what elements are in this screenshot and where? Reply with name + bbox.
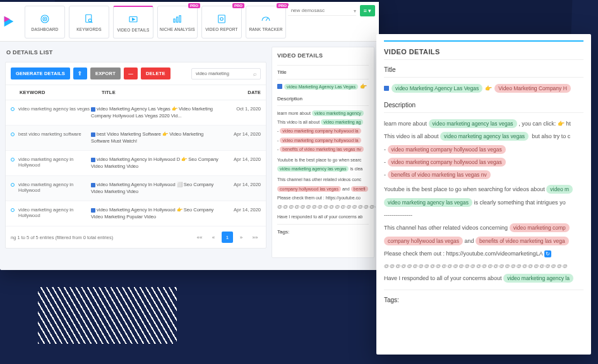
row-date: Apr 14, 2020 [223, 156, 261, 162]
details-list-title: O DETAILS LIST [5, 47, 266, 62]
row-bullet-icon [11, 158, 15, 161]
minus-icon: — [128, 71, 133, 76]
ov-desc-header: Description [384, 102, 583, 109]
accent-rule [384, 40, 583, 42]
svg-point-14 [220, 18, 224, 21]
chart-icon [171, 13, 184, 25]
ov-title-header: Title [384, 66, 583, 73]
target-icon [39, 13, 51, 25]
row-date: Apr 14, 2020 [223, 131, 261, 137]
top-right-controls: new demosasc ▾ ≡ ▾ [288, 5, 375, 16]
svg-rect-10 [174, 19, 175, 22]
delete-icon-button[interactable]: — [124, 68, 138, 79]
title-chip-1: video Marketing Agency Las Vegas [392, 84, 482, 93]
title-section-header: Title [277, 69, 369, 75]
doc-search-icon [83, 13, 95, 25]
pro-badge: PRO [277, 3, 289, 8]
table-row[interactable]: video marketing agency las vegasvideo Ma… [6, 100, 266, 126]
video-details-mid-card: VIDEO DETAILS Title video Marketing Agen… [272, 47, 374, 258]
row-title: video Marketing Agency In Hollywood 👉 Se… [91, 207, 223, 220]
table-row[interactable]: video marketing agency in Hollywoodvideo… [6, 201, 266, 226]
pager-first[interactable]: «« [194, 232, 205, 243]
nav-niche-analysis[interactable]: PRONICHE ANALYSIS [157, 6, 198, 38]
row-keyword: video marketing agency in Hollywood [18, 182, 91, 193]
overlay-title-row: video Marketing Agency Las Vegas 👉 Video… [384, 84, 583, 93]
table-footer-text: ng 1 to 5 of 5 entries (filtered from 0 … [11, 235, 113, 240]
menu-button[interactable]: ≡ ▾ [360, 5, 375, 16]
row-bullet-icon [11, 183, 15, 187]
pager-page-1[interactable]: 1 [222, 232, 233, 243]
pager: «« « 1 » »» [194, 232, 261, 243]
chevron-down-icon: ▾ [354, 8, 356, 14]
row-keyword: video marketing agency in Hollywood [18, 156, 91, 168]
delete-button[interactable]: DELETE [141, 68, 170, 79]
title-chip-2: Video Marketing Company H [494, 84, 571, 93]
table-row[interactable]: video marketing agency in Hollywoodvideo… [6, 151, 266, 176]
nav-rank-tracker[interactable]: PRORANK TRACKER [246, 6, 286, 38]
pager-last[interactable]: »» [249, 232, 261, 243]
nav-tabs: DASHBOARD KEYWORDS VIDEO DETAILS PRONICH… [18, 2, 293, 41]
row-bullet-icon [11, 107, 15, 111]
decorative-hatch [38, 287, 177, 344]
overlay-description: learn more about video marketing agency … [384, 119, 583, 283]
nav-dashboard[interactable]: DASHBOARD [25, 6, 65, 38]
title-chip: video Marketing Agency Las Vegas [284, 84, 358, 90]
export-button[interactable]: EXPORT [90, 68, 121, 79]
search-input[interactable] [196, 71, 253, 76]
search-box[interactable]: ⌕ [191, 68, 261, 79]
table-row[interactable]: best video marketing softwarebest Video … [6, 126, 266, 151]
square-icon [277, 84, 282, 89]
row-title: video Marketing Agency In Hollywood D 👉 … [91, 156, 223, 170]
app-logo [0, 2, 18, 41]
svg-line-15 [266, 18, 268, 21]
row-title: video Marketing Agency In Hollywood ⬜ Se… [91, 182, 223, 195]
report-icon [215, 13, 228, 25]
svg-point-4 [44, 18, 45, 20]
svg-rect-13 [218, 15, 225, 23]
nav-video-report[interactable]: PROVIDEO REPORT [201, 6, 242, 38]
svg-rect-12 [179, 16, 181, 23]
details-table: KEYWORD TITLE DATE video marketing agenc… [6, 85, 266, 248]
overlay-heading: VIDEO DETAILS [384, 48, 583, 56]
row-date: Apr 14, 2020 [223, 182, 261, 187]
list-toolbar: GENERATE DETAILS ⇪ EXPORT — DELETE ⌕ [6, 62, 266, 85]
upload-icon: ⇪ [78, 71, 82, 76]
svg-marker-9 [133, 18, 135, 20]
row-keyword: best video marketing software [18, 131, 91, 137]
row-date: Oct 1, 2020 [223, 106, 261, 112]
pro-badge: PRO [188, 3, 200, 8]
tags-header: Tags: [277, 228, 369, 237]
main-panel: DASHBOARD KEYWORDS VIDEO DETAILS PRONICH… [0, 2, 379, 270]
project-select[interactable]: new demosasc [288, 6, 356, 16]
table-row[interactable]: video marketing agency in Hollywoodvideo… [6, 176, 266, 201]
row-title: video Marketing Agency Las Vegas 👉 Video… [91, 106, 223, 119]
col-date[interactable]: DATE [223, 90, 261, 95]
col-keyword[interactable]: KEYWORD [20, 90, 102, 95]
nav-keywords[interactable]: KEYWORDS [69, 6, 109, 38]
details-list-card: GENERATE DETAILS ⇪ EXPORT — DELETE ⌕ KEY… [5, 62, 266, 249]
row-date: Apr 14, 2020 [223, 207, 261, 213]
description-body: learn more about video marketing agency … [277, 110, 369, 237]
pro-badge: PRO [232, 3, 244, 8]
square-icon [384, 86, 389, 91]
video-details-overlay: VIDEO DETAILS Title video Marketing Agen… [376, 34, 591, 355]
generate-details-button[interactable]: GENERATE DETAILS [11, 68, 70, 79]
row-title: best Video Marketing Software 👉 Video Ma… [91, 131, 223, 144]
nav-video-details[interactable]: VIDEO DETAILS [113, 6, 153, 38]
pager-next[interactable]: » [236, 232, 247, 243]
row-keyword: video marketing agency in Hollywood [18, 207, 91, 218]
ov-tags-header: Tags: [384, 296, 583, 303]
export-icon-button[interactable]: ⇪ [73, 68, 87, 79]
video-icon [127, 13, 140, 26]
desc-section-header: Description [277, 96, 369, 102]
svg-rect-11 [177, 17, 178, 22]
search-icon: ⌕ [253, 71, 256, 77]
video-details-heading: VIDEO DETAILS [277, 52, 369, 59]
row-bullet-icon [11, 208, 15, 212]
refresh-icon[interactable]: ↻ [544, 250, 551, 257]
row-bullet-icon [11, 132, 15, 136]
col-title[interactable]: TITLE [102, 90, 223, 95]
topbar: DASHBOARD KEYWORDS VIDEO DETAILS PRONICH… [0, 2, 379, 42]
pager-prev[interactable]: « [208, 232, 219, 243]
gauge-icon [260, 13, 272, 25]
